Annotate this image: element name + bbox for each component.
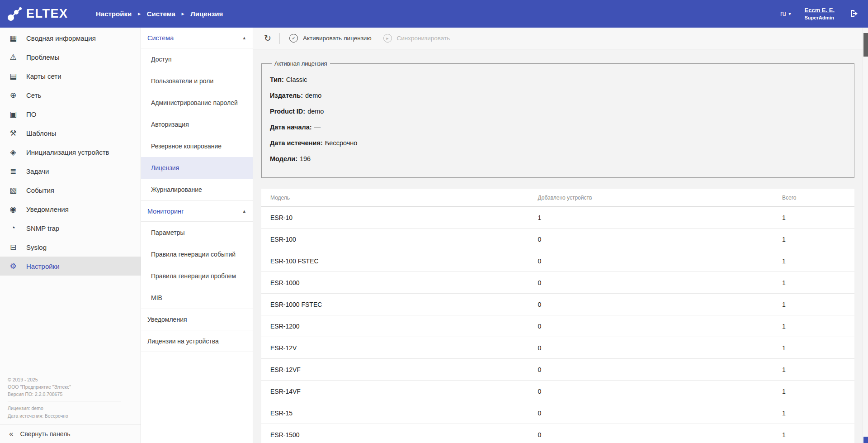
cell-total: 1 (782, 410, 845, 417)
cell-added-devices: 0 (538, 257, 782, 265)
breadcrumb-sep-icon: ▸ (138, 11, 141, 17)
submenu-item[interactable]: Параметры (141, 222, 253, 243)
submenu-item[interactable]: Доступ (141, 48, 253, 70)
table-row[interactable]: ESR-1200 0 1 (261, 315, 854, 337)
sidebar-item[interactable]: ≣ Задачи (0, 162, 141, 181)
submenu-item[interactable]: Резервное копирование (141, 135, 253, 157)
sidebar-item[interactable]: ⚙ Настройки (0, 257, 141, 276)
table-row[interactable]: ESR-12VF 0 1 (261, 359, 854, 381)
language-value: ru (780, 10, 786, 17)
refresh-icon: ↻ (264, 33, 271, 43)
table-row[interactable]: ESR-1000 0 1 (261, 272, 854, 294)
submenu-link-notifications[interactable]: Уведомления (141, 309, 253, 330)
breadcrumb-label: Лицензия (190, 10, 223, 18)
submenu-item-label: Журналирование (151, 186, 202, 193)
submenu-item[interactable]: Правила генерации событий (141, 243, 253, 265)
refresh-button[interactable]: ↻ (259, 30, 276, 47)
submenu-item[interactable]: MIB (141, 287, 253, 309)
cell-added-devices: 0 (538, 366, 782, 373)
cell-model: ESR-12VF (270, 366, 538, 373)
submenu-item[interactable]: Лицензия (141, 157, 253, 179)
cell-model: ESR-15 (270, 410, 538, 417)
sidebar-item[interactable]: ◉ Уведомления (0, 200, 141, 219)
column-header-added: Добавлено устройств (538, 195, 782, 201)
submenu-item-label: Правила генерации проблем (151, 272, 236, 280)
sidebar-item-label: Инициализация устройств (26, 148, 109, 156)
dashboard-icon: ▦ (8, 33, 19, 43)
sidebar-item[interactable]: ⊕ Сеть (0, 86, 141, 105)
syslog-icon: ⊟ (8, 243, 19, 252)
cell-added-devices: 0 (538, 344, 782, 352)
submenu-item[interactable]: Журналирование (141, 179, 253, 200)
sidebar-item[interactable]: ⊟ Syslog (0, 238, 141, 257)
sidebar-item[interactable]: ▣ ПО (0, 105, 141, 124)
sidebar-item[interactable]: ⚠ Проблемы (0, 48, 141, 67)
sidebar-item[interactable]: ▧ События (0, 181, 141, 200)
sidebar-item[interactable]: ▤ Карты сети (0, 67, 141, 86)
tasks-icon: ≣ (8, 167, 19, 176)
license-field-label: Дата истечения: (270, 139, 323, 147)
submenu-item-label: Администрирование паролей (151, 99, 238, 106)
sidebar-item-label: Сеть (26, 91, 41, 99)
license-field: Product ID:demo (270, 107, 846, 116)
language-selector[interactable]: ru ▾ (780, 10, 791, 17)
sidebar-item[interactable]: ▦ Сводная информация (0, 29, 141, 48)
sidebar-item[interactable]: ⚒ Шаблоны (0, 124, 141, 143)
submenu-header-system[interactable]: Система ▴ (141, 28, 253, 48)
collapse-panel-button[interactable]: « Свернуть панель (0, 424, 141, 443)
license-field: Модели:196 (270, 154, 846, 164)
activate-license-button[interactable]: ✓ Активировать лицензию (283, 30, 377, 47)
eltex-logo: ELTEX (6, 6, 83, 22)
breadcrumb-item[interactable]: ▸ Настройки (96, 10, 132, 18)
sidebar-item[interactable]: ◈ Инициализация устройств (0, 143, 141, 162)
sidebar-item-label: События (26, 186, 54, 194)
cell-total: 1 (782, 431, 845, 438)
table-row[interactable]: ESR-100 0 1 (261, 229, 854, 250)
breadcrumb-item[interactable]: ▸ Система (132, 10, 175, 18)
table-row[interactable]: ESR-10 1 1 (261, 207, 854, 229)
sidebar-footer: © 2019 - 2025 ООО "Предприятие "Элтекс" … (8, 376, 121, 419)
table-row[interactable]: ESR-100 FSTEC 0 1 (261, 250, 854, 272)
scrollbar-down-button[interactable] (863, 437, 868, 443)
synchronize-label: Синхронизировать (397, 35, 450, 42)
logout-button[interactable] (848, 8, 860, 19)
license-field-value: 196 (300, 155, 311, 162)
submenu-item[interactable]: Авторизация (141, 114, 253, 135)
templates-icon: ⚒ (8, 129, 19, 138)
user-menu[interactable]: Eccm E. E. SuperAdmin (805, 6, 835, 21)
scrollbar-thumb[interactable] (863, 33, 868, 57)
synchronize-button[interactable]: ▸ Синхронизировать (377, 30, 456, 47)
expiry-text: Дата истечения: Бессрочно (8, 412, 121, 419)
sidebar-item[interactable]: ◔ SNMP trap (0, 219, 141, 238)
table-row[interactable]: ESR-14VF 0 1 (261, 381, 854, 402)
cell-model: ESR-14VF (270, 388, 538, 395)
snmp-trap-icon: ◔ (8, 224, 19, 233)
network-icon: ⊕ (8, 91, 19, 100)
cell-added-devices: 0 (538, 388, 782, 395)
cell-model: ESR-100 (270, 236, 538, 243)
chevron-up-icon: ▴ (243, 208, 245, 214)
table-row[interactable]: ESR-1000 FSTEC 0 1 (261, 294, 854, 315)
sidebar-item-label: SNMP trap (26, 224, 59, 232)
toolbar-divider (279, 33, 280, 44)
column-header-model: Модель (270, 195, 538, 201)
submenu-link-device-licenses[interactable]: Лицензии на устройства (141, 330, 253, 352)
user-name[interactable]: Eccm E. E. (805, 6, 835, 14)
submenu-header-monitoring[interactable]: Мониторинг ▴ (141, 201, 253, 222)
submenu-group-system: Система ▴ Доступ Пользователи и роли Адм… (141, 28, 253, 200)
submenu-item[interactable]: Пользователи и роли (141, 70, 253, 92)
vertical-scrollbar[interactable] (863, 28, 868, 443)
network-maps-icon: ▤ (8, 71, 19, 81)
breadcrumb-item[interactable]: ▸ Лицензия (175, 10, 223, 18)
table-row[interactable]: ESR-1500 0 1 (261, 424, 854, 443)
active-license-panel: Активная лицензия Тип:Classic Издатель:d… (261, 60, 854, 178)
breadcrumb-label: Система (147, 10, 175, 18)
table-row[interactable]: ESR-12V 0 1 (261, 337, 854, 359)
submenu-item[interactable]: Правила генерации проблем (141, 265, 253, 287)
license-field-value: — (314, 124, 321, 131)
main-content: ↻ ✓ Активировать лицензию ▸ Синхронизиро… (253, 28, 868, 443)
submenu-item[interactable]: Администрирование паролей (141, 92, 253, 114)
eltex-logo-mark (6, 6, 23, 22)
cell-total: 1 (782, 344, 845, 352)
table-row[interactable]: ESR-15 0 1 (261, 402, 854, 424)
